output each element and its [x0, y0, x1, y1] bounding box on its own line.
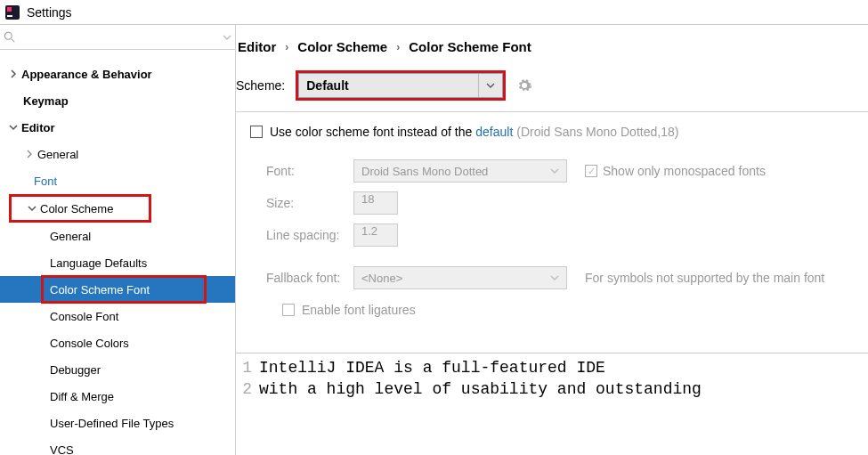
svg-rect-1	[7, 7, 12, 12]
svg-rect-2	[7, 15, 12, 17]
size-label: Size:	[266, 196, 353, 210]
window-title: Settings	[27, 5, 72, 20]
sidebar-search[interactable]	[0, 25, 235, 50]
sidebar-item-font[interactable]: Font	[0, 167, 235, 194]
sidebar-item-label: Debugger	[50, 363, 101, 377]
chevron-down-icon	[478, 74, 495, 97]
sidebar-item-editor[interactable]: Editor	[0, 114, 235, 141]
chevron-right-icon: ›	[396, 41, 400, 53]
override-suffix: (Droid Sans Mono Dotted,18)	[516, 125, 678, 139]
fallback-select: <None>	[353, 266, 567, 289]
sidebar-item-diff-merge[interactable]: Diff & Merge	[0, 383, 235, 410]
chevron-down-icon	[7, 123, 20, 132]
app-icon	[5, 5, 20, 20]
gear-icon[interactable]	[516, 77, 532, 93]
main-panel: Editor › Color Scheme › Color Scheme Fon…	[236, 25, 868, 455]
sidebar-item-label: Color Scheme Font	[50, 283, 150, 297]
line-spacing-label: Line spacing:	[266, 228, 353, 242]
titlebar: Settings	[0, 0, 868, 25]
fallback-label: Fallback font:	[266, 271, 353, 285]
line-spacing-input: 1.2	[353, 223, 398, 247]
scheme-value: Default	[306, 78, 348, 93]
chevron-down-icon	[550, 273, 559, 282]
sidebar-item-console-font[interactable]: Console Font	[0, 303, 235, 329]
search-icon	[4, 31, 16, 44]
checkbox-unchecked	[282, 304, 295, 316]
sidebar-item-debugger[interactable]: Debugger	[0, 356, 235, 383]
size-input: 18	[353, 191, 398, 215]
chevron-right-icon	[23, 150, 36, 158]
show-mono-label: Show only monospaced fonts	[603, 164, 766, 178]
chevron-down-icon	[550, 167, 559, 175]
svg-line-4	[12, 38, 15, 42]
sidebar-item-label: Console Font	[50, 310, 118, 323]
svg-point-3	[4, 32, 12, 39]
sidebar-item-label: General	[50, 230, 91, 243]
show-monospaced-checkbox: ✓ Show only monospaced fonts	[585, 164, 766, 178]
sidebar-item-cs-general[interactable]: General	[0, 223, 235, 249]
preview-text: IntelliJ IDEA is a full-featured IDE	[259, 357, 605, 378]
sidebar-item-console-colors[interactable]: Console Colors	[0, 329, 235, 356]
settings-tree: Appearance & Behavior Keymap Editor Gene…	[0, 50, 235, 455]
sidebar-item-label: General	[37, 148, 78, 161]
search-input[interactable]	[20, 30, 223, 44]
sidebar-item-keymap[interactable]: Keymap	[0, 87, 235, 114]
sidebar-item-vcs[interactable]: VCS	[0, 436, 235, 455]
checkbox-unchecked[interactable]	[250, 126, 263, 138]
fallback-hint: For symbols not supported by the main fo…	[585, 271, 824, 285]
form-area: Use color scheme font instead of the def…	[236, 125, 868, 317]
sidebar-item-label: Language Defaults	[50, 256, 147, 270]
breadcrumb-item: Color Scheme Font	[409, 39, 531, 54]
sidebar-item-color-scheme-font[interactable]: Color Scheme Font	[0, 276, 235, 303]
override-text-pre: Use color scheme font instead of the	[270, 125, 472, 139]
scheme-select-highlight: Default	[296, 70, 506, 101]
ligatures-checkbox-row: Enable font ligatures	[282, 303, 868, 317]
chevron-down-icon[interactable]	[223, 33, 231, 42]
sidebar-item-label: Editor	[21, 121, 55, 134]
checkbox-checked: ✓	[585, 165, 597, 177]
preview-line: 1 IntelliJ IDEA is a full-featured IDE	[236, 357, 868, 378]
preview-line: 2 with a high level of usability and out…	[236, 378, 868, 400]
breadcrumb-item[interactable]: Color Scheme	[297, 39, 387, 54]
sidebar-item-language-defaults[interactable]: Language Defaults	[0, 249, 235, 276]
sidebar-item-label: User-Defined File Types	[50, 417, 174, 430]
chevron-down-icon	[26, 204, 38, 213]
font-form: Font: Droid Sans Mono Dotted ✓ Show only…	[250, 155, 868, 317]
sidebar-item-label: Font	[34, 175, 57, 188]
fallback-value: <None>	[361, 272, 402, 285]
sidebar-item-label: VCS	[50, 443, 74, 456]
sidebar-item-color-scheme[interactable]: Color Scheme	[9, 194, 151, 223]
font-select: Droid Sans Mono Dotted	[353, 159, 567, 183]
breadcrumb-item[interactable]: Editor	[238, 39, 276, 54]
scheme-label: Scheme:	[236, 78, 285, 93]
ligatures-label: Enable font ligatures	[302, 303, 416, 317]
font-label: Font:	[266, 164, 353, 178]
override-checkbox-row[interactable]: Use color scheme font instead of the def…	[250, 125, 868, 139]
line-number: 2	[236, 378, 259, 400]
sidebar-item-user-filetypes[interactable]: User-Defined File Types	[0, 410, 235, 436]
chevron-right-icon: ›	[285, 41, 288, 53]
sidebar-item-label: Color Scheme	[40, 202, 113, 215]
breadcrumb: Editor › Color Scheme › Color Scheme Fon…	[236, 39, 868, 70]
sidebar: Appearance & Behavior Keymap Editor Gene…	[0, 25, 236, 455]
sidebar-item-general[interactable]: General	[0, 141, 235, 167]
settings-body: Appearance & Behavior Keymap Editor Gene…	[0, 25, 868, 455]
font-value: Droid Sans Mono Dotted	[361, 165, 488, 178]
sidebar-item-label: Console Colors	[50, 337, 129, 350]
divider	[236, 111, 868, 112]
sidebar-item-label: Keymap	[23, 94, 69, 108]
font-preview: 1 IntelliJ IDEA is a full-featured IDE 2…	[236, 353, 868, 400]
chevron-right-icon	[7, 69, 20, 78]
line-number: 1	[236, 357, 259, 378]
sidebar-item-label: Appearance & Behavior	[21, 68, 152, 81]
scheme-row: Scheme: Default	[236, 70, 868, 108]
default-link[interactable]: default	[475, 125, 513, 139]
sidebar-item-label: Diff & Merge	[50, 390, 114, 403]
scheme-select[interactable]: Default	[298, 73, 503, 98]
sidebar-item-appearance-behavior[interactable]: Appearance & Behavior	[0, 61, 235, 87]
preview-text: with a high level of usability and outst…	[259, 378, 702, 400]
